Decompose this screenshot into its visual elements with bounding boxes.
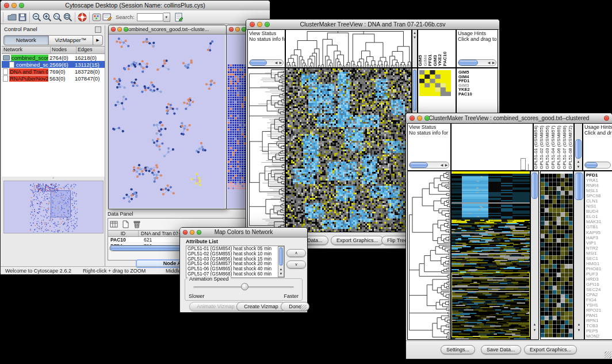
tv2-heatmap[interactable] (451, 171, 530, 340)
gene-label[interactable]: NTR2 (586, 246, 612, 251)
animate-vizmap-button[interactable]: Animate Vizmap (189, 302, 242, 311)
annotation-palette-icon[interactable] (91, 12, 102, 22)
gene-label[interactable]: YSH1 (586, 302, 612, 308)
dialog-zoom-button[interactable] (197, 230, 201, 235)
tv2-status-hscrollbar[interactable]: ◀ ▶ (409, 162, 449, 168)
frame-minimize-button[interactable] (117, 27, 122, 32)
new-attribute-icon[interactable] (121, 220, 130, 229)
tv2-zoom-button[interactable] (424, 116, 430, 121)
tv1-zoom-button[interactable] (265, 22, 270, 27)
tv1-row-dendrogram-panel[interactable] (247, 68, 285, 232)
tv2-settings-button[interactable]: Settings... (441, 345, 475, 354)
tv2-gene-vscrollbar[interactable]: ▲ ▼ (573, 171, 584, 340)
gene-label[interactable]: MSL1 (586, 188, 612, 193)
data-col-id[interactable]: ID (108, 231, 139, 236)
tv1-titlebar[interactable]: ClusterMaker TreeView : DNA and Tran 07-… (246, 20, 499, 30)
tv2-save-data-button[interactable]: Save Data... (481, 345, 521, 354)
gene-label[interactable]: GPI16 (586, 282, 612, 287)
move-down-button[interactable]: ∨ (286, 260, 306, 269)
tv1-heatmap[interactable] (285, 68, 412, 232)
gene-label[interactable]: RNR4 (586, 183, 612, 188)
gene-label[interactable]: CPA2 (586, 292, 612, 297)
move-up-button[interactable]: ∧ (286, 249, 306, 257)
speed-slider-thumb[interactable] (241, 283, 248, 290)
gene-label[interactable]: FIG4 (586, 297, 612, 302)
gene-label[interactable]: TCB3 (586, 323, 612, 328)
scroll-down-icon[interactable]: ▼ (575, 164, 582, 169)
gene-label[interactable]: MAK31 (586, 219, 612, 224)
gene-label[interactable]: SPC98 (586, 193, 612, 198)
network-tree-row[interactable]: DNA and Tran 07769(0)183728(0) (2, 68, 105, 75)
frame-close-button[interactable] (111, 27, 116, 32)
toolbar-handle[interactable] (3, 12, 5, 22)
gene-label[interactable]: SEC1 (586, 256, 612, 261)
scroll-left-icon[interactable]: ◀ (487, 60, 491, 66)
frame2-close-button[interactable] (229, 27, 234, 32)
dialog-titlebar[interactable]: Map Colors to Network (180, 228, 307, 237)
tv1-export-graphics-button[interactable]: Export Graphics... (331, 236, 384, 245)
tv2-row-dendrogram-panel[interactable] (407, 171, 451, 340)
tab-network[interactable]: Network (3, 35, 49, 45)
tv1-minimize-button[interactable] (257, 22, 262, 27)
dialog-resize-grip[interactable] (300, 305, 307, 312)
save-session-icon[interactable] (17, 12, 28, 22)
tv2-minimize-button[interactable] (417, 116, 422, 121)
gene-label[interactable]: PHO81 (586, 266, 612, 271)
tv2-aux-close-icon[interactable] (604, 116, 609, 121)
scroll-down-icon[interactable]: ▼ (278, 271, 284, 276)
zoom-fit-icon[interactable] (63, 12, 73, 22)
scroll-up-icon[interactable]: ▲ (575, 159, 582, 164)
gene-label[interactable]: ELG1 (586, 214, 612, 219)
tv2-export-graphics-button[interactable]: Export Graphics... (524, 345, 577, 354)
tv2-column-dendrogram-panel[interactable] (451, 123, 533, 171)
float-panel-icon[interactable] (95, 26, 101, 33)
gene-label[interactable]: VIP1 (586, 240, 612, 246)
scroll-up-icon[interactable]: ▲ (412, 30, 417, 35)
col-nodes[interactable]: Nodes (51, 47, 76, 53)
dialog-close-button[interactable] (183, 230, 188, 235)
col-network[interactable]: Network (2, 47, 51, 53)
gene-label[interactable]: HAP3 (586, 235, 612, 240)
network-tree-row[interactable]: combined_sco2569(6)13112(15) (2, 61, 105, 68)
zoom-out-icon[interactable] (32, 12, 42, 22)
gene-label[interactable]: GTB1 (586, 224, 612, 229)
tab-overflow[interactable]: ▶ (93, 35, 103, 45)
tv2-top-vscrollbar[interactable]: ▲ ▼ (574, 123, 583, 171)
zoom-selected-icon[interactable] (52, 12, 63, 22)
search-input[interactable] (137, 13, 163, 21)
tv2-heatmap-vscrollbar[interactable]: ▲ ▼ (530, 171, 539, 340)
gene-label[interactable]: PFD1 (586, 173, 612, 178)
gene-label[interactable]: KAP95 (586, 230, 612, 235)
panel-splitter[interactable]: • (2, 177, 105, 180)
scroll-down-icon[interactable]: ▼ (412, 35, 417, 40)
gene-label[interactable]: RPN1 (586, 318, 612, 323)
scroll-down-icon[interactable]: ▼ (574, 328, 584, 332)
network-tree-row[interactable]: RNAPuberNov2+|563(0)107847(0) (2, 75, 105, 82)
scroll-right-icon[interactable]: ▶ (278, 60, 283, 66)
gene-label[interactable]: RPO21 (586, 308, 612, 313)
gene-label[interactable]: CLN1 (586, 198, 612, 204)
tv2-titlebar[interactable]: ClusterMaker TreeView : combined_scores_… (406, 113, 612, 124)
tv2-usage-hscrollbar[interactable] (584, 162, 611, 168)
tab-vizmapper[interactable]: VizMapper™ (49, 35, 94, 45)
tv1-status-hscrollbar[interactable]: ◀ ▶ (249, 59, 284, 66)
scroll-up-icon[interactable]: ▲ (531, 322, 538, 327)
network-canvas[interactable] (109, 35, 225, 208)
gene-label[interactable]: NIS1 (586, 204, 612, 209)
scroll-up-icon[interactable]: ▲ (574, 322, 584, 327)
open-session-icon[interactable] (7, 12, 17, 22)
scroll-right-icon[interactable]: ▶ (491, 60, 496, 66)
network-frame-titlebar[interactable]: combined_scores_good.txt--cluste... (109, 25, 226, 35)
frame2-minimize-button[interactable] (235, 27, 240, 32)
dialog-minimize-button[interactable] (190, 230, 194, 235)
scroll-down-icon[interactable]: ▼ (531, 328, 538, 332)
tv1-top-vscrollbar[interactable]: ▲ ▼ (412, 29, 418, 68)
gene-label[interactable]: PAN1 (586, 313, 612, 318)
scroll-up-icon[interactable]: ▲ (278, 267, 284, 271)
scroll-left-icon[interactable]: ◀ (439, 163, 444, 168)
scroll-right-icon[interactable]: ▶ (444, 163, 449, 168)
gene-label[interactable]: PEP5 (586, 328, 612, 334)
gene-label[interactable]: HMG1 (586, 261, 612, 266)
gene-label[interactable]: MON2 (586, 334, 612, 339)
scroll-left-icon[interactable]: ◀ (274, 60, 278, 66)
